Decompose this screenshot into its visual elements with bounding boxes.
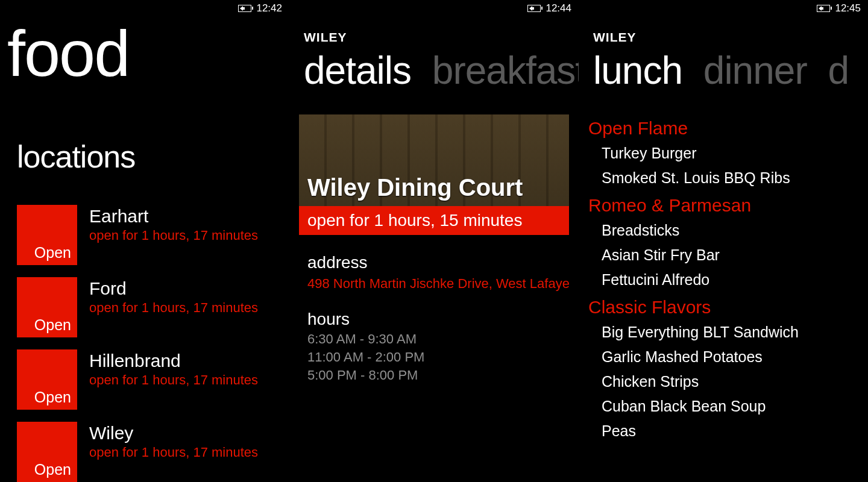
pivot-next[interactable]: breakfast bbox=[432, 49, 579, 92]
battery-icon bbox=[238, 5, 251, 12]
list-item[interactable]: Open Wiley open for 1 hours, 17 minutes bbox=[17, 422, 277, 482]
details-content: Wiley Dining Court open for 1 hours, 15 … bbox=[299, 114, 569, 482]
list-item[interactable]: Open Ford open for 1 hours, 17 minutes bbox=[17, 277, 277, 337]
pivot-next[interactable]: dinner bbox=[703, 49, 807, 92]
pivot-next2[interactable]: d bbox=[828, 49, 849, 92]
clock: 12:42 bbox=[256, 2, 282, 14]
location-status: open for 1 hours, 17 minutes bbox=[89, 372, 258, 388]
menu-station: Classic Flavors bbox=[588, 297, 858, 318]
location-name: Hillenbrand bbox=[89, 349, 258, 370]
pivot-headers[interactable]: details breakfast bbox=[304, 48, 579, 93]
location-name: Earhart bbox=[89, 205, 258, 225]
status-bar: 12:45 bbox=[817, 2, 861, 14]
list-item[interactable]: Open Earhart open for 1 hours, 17 minute… bbox=[17, 205, 277, 265]
clock: 12:45 bbox=[835, 2, 861, 14]
location-status: open for 1 hours, 17 minutes bbox=[89, 228, 258, 243]
menu-item[interactable]: Turkey Burger bbox=[602, 141, 858, 166]
location-list: Open Earhart open for 1 hours, 17 minute… bbox=[17, 205, 277, 482]
status-tile-label: Open bbox=[34, 389, 71, 406]
status-tile-label: Open bbox=[34, 244, 71, 261]
status-bar: 12:44 bbox=[527, 2, 571, 14]
status-tile: Open bbox=[17, 277, 77, 337]
status-bar: 12:42 bbox=[238, 2, 282, 14]
menu-item[interactable]: Big Everything BLT Sandwich bbox=[602, 320, 858, 345]
status-tile: Open bbox=[17, 205, 77, 265]
pivot-active[interactable]: lunch bbox=[593, 49, 682, 92]
hours-label: hours bbox=[307, 310, 569, 329]
menu-item[interactable]: Fettucini Alfredo bbox=[602, 268, 858, 292]
location-name: Ford bbox=[89, 277, 258, 298]
location-status: open for 1 hours, 17 minutes bbox=[89, 445, 258, 460]
menu-content: Open Flame Turkey Burger Smoked St. Loui… bbox=[588, 114, 858, 482]
menu-item[interactable]: Asian Stir Fry Bar bbox=[602, 243, 858, 268]
menu-item[interactable]: Breadsticks bbox=[602, 218, 858, 243]
address-label: address bbox=[307, 253, 569, 272]
hub-section-title: locations bbox=[17, 139, 135, 175]
location-name: Wiley bbox=[89, 422, 258, 442]
clock: 12:44 bbox=[546, 2, 571, 14]
hero-card[interactable]: Wiley Dining Court open for 1 hours, 15 … bbox=[299, 114, 569, 235]
hours-line: 11:00 AM - 2:00 PM bbox=[307, 349, 569, 365]
menu-item[interactable]: Chicken Strips bbox=[602, 369, 858, 394]
menu-item[interactable]: Peas bbox=[602, 419, 858, 443]
screens-row: 12:42 food locations Open Earhart open f… bbox=[0, 0, 868, 482]
screen-details: 12:44 WILEY details breakfast Wiley Dini… bbox=[289, 0, 579, 482]
hero-status: open for 1 hours, 15 minutes bbox=[299, 206, 569, 235]
battery-icon bbox=[527, 5, 541, 12]
menu-station: Open Flame bbox=[588, 118, 858, 139]
status-tile-label: Open bbox=[34, 316, 71, 334]
status-tile: Open bbox=[17, 349, 77, 410]
menu-item[interactable]: Cuban Black Bean Soup bbox=[602, 394, 858, 419]
pivot-active[interactable]: details bbox=[304, 49, 411, 92]
hours-line: 5:00 PM - 8:00 PM bbox=[307, 368, 569, 383]
address-text[interactable]: 498 North Martin Jischke Drive, West Laf… bbox=[307, 276, 569, 292]
hub-title: food bbox=[7, 18, 129, 90]
app-name: WILEY bbox=[593, 30, 637, 45]
location-status: open for 1 hours, 17 minutes bbox=[89, 300, 258, 316]
status-tile: Open bbox=[17, 422, 77, 482]
menu-item[interactable]: Garlic Mashed Potatoes bbox=[602, 345, 858, 369]
pivot-headers[interactable]: lunch dinner d bbox=[593, 48, 849, 93]
hours-line: 6:30 AM - 9:30 AM bbox=[307, 331, 569, 347]
status-tile-label: Open bbox=[34, 461, 71, 478]
menu-station: Romeo & Parmesan bbox=[588, 195, 858, 216]
hero-title: Wiley Dining Court bbox=[307, 174, 523, 201]
menu-item[interactable]: Smoked St. Louis BBQ Ribs bbox=[602, 166, 858, 190]
screen-menu: 12:45 WILEY lunch dinner d Open Flame Tu… bbox=[579, 0, 868, 482]
app-name: WILEY bbox=[304, 30, 347, 45]
screen-locations: 12:42 food locations Open Earhart open f… bbox=[0, 0, 289, 482]
list-item[interactable]: Open Hillenbrand open for 1 hours, 17 mi… bbox=[17, 349, 277, 410]
battery-icon bbox=[817, 5, 830, 12]
